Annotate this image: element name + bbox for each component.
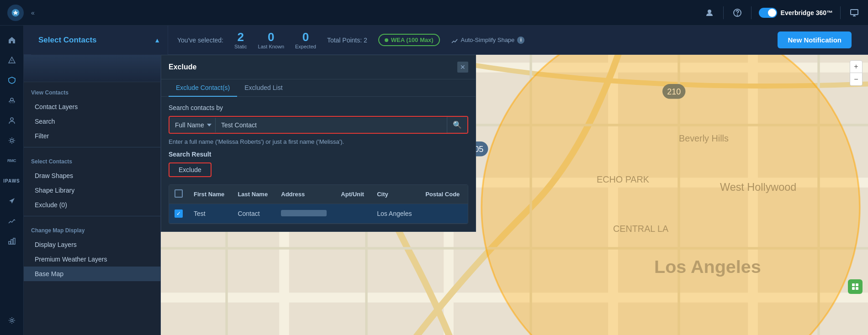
- search-hint: Enter a full name ('Melissa Roberts') or…: [169, 138, 468, 145]
- nav-premium-weather[interactable]: Premium Weather Layers: [24, 252, 160, 267]
- tab-exclude-contacts[interactable]: Exclude Contact(s): [169, 79, 237, 97]
- search-input[interactable]: [216, 118, 447, 132]
- nav-divider-2: [751, 6, 752, 19]
- sidebar-settings-icon[interactable]: [3, 311, 21, 330]
- collapse-nav-icon[interactable]: «: [31, 9, 35, 16]
- monitor-icon[interactable]: [848, 6, 861, 19]
- search-type-select[interactable]: Full Name: [169, 118, 216, 132]
- modal-title: Exclude: [169, 63, 196, 71]
- search-result-label: Search Result: [169, 151, 468, 158]
- col-checkbox: [169, 185, 188, 204]
- static-stat: 2 Static: [234, 31, 247, 49]
- row-address: [275, 204, 335, 224]
- map-overlay-area: Burbank Glendale Pasadena North Hollywoo…: [161, 55, 868, 335]
- row-checkbox-cell[interactable]: ✓: [169, 204, 188, 224]
- everbridge-label: Everbridge 360™: [781, 9, 833, 16]
- toggle-switch[interactable]: [759, 8, 777, 18]
- new-notification-button[interactable]: New Notification: [778, 31, 852, 48]
- nav-base-map[interactable]: Base Map: [24, 267, 160, 281]
- svg-point-50: [482, 55, 860, 335]
- col-first-name: First Name: [188, 185, 232, 204]
- sidebar-person-icon[interactable]: [3, 111, 21, 130]
- sidebar-plane-icon[interactable]: [3, 192, 21, 210]
- col-last-name: Last Name: [232, 185, 275, 204]
- nav-divider: [723, 6, 724, 19]
- col-address: Address: [275, 185, 335, 204]
- sidebar-network-icon[interactable]: [3, 131, 21, 150]
- row-first-name: Test: [188, 204, 232, 224]
- chevron-up-icon[interactable]: ▲: [154, 37, 160, 44]
- search-button[interactable]: 🔍: [447, 117, 467, 133]
- nav-filter[interactable]: Filter: [24, 129, 160, 143]
- sidebar-weather-icon[interactable]: [3, 91, 21, 110]
- youve-selected-label: You've selected:: [177, 37, 223, 44]
- stats-bar: You've selected: 2 Static 0 Last Known 0…: [168, 26, 861, 55]
- expected-num: 0: [302, 31, 309, 43]
- wea-dot: [385, 38, 388, 42]
- svg-rect-8: [11, 240, 13, 244]
- svg-point-10: [11, 319, 13, 322]
- search-by-label: Search contacts by: [169, 104, 468, 111]
- info-icon[interactable]: i: [517, 37, 524, 44]
- nav-divider-2: [24, 216, 160, 216]
- header-checkbox[interactable]: [175, 189, 183, 198]
- tab-excluded-list[interactable]: Excluded List: [237, 79, 290, 97]
- modal-tabs: Exclude Contact(s) Excluded List: [161, 79, 476, 97]
- nav-exclude[interactable]: Exclude (0): [24, 198, 160, 212]
- svg-point-5: [11, 118, 13, 120]
- auto-simplify: Auto-Simplify Shape i: [451, 37, 525, 44]
- view-contacts-header: View Contacts: [24, 82, 160, 99]
- change-map-display-header: Change Map Display: [24, 220, 160, 237]
- sidebar-ipaws-icon[interactable]: IPAWS: [3, 172, 21, 190]
- nav-contact-layers[interactable]: Contact Layers: [24, 99, 160, 114]
- grid-icon[interactable]: [848, 279, 863, 294]
- rmc-label: RMC: [7, 158, 16, 163]
- help-icon[interactable]: [731, 6, 744, 19]
- table-header-row: First Name Last Name Address Apt/Unit Ci…: [169, 185, 468, 204]
- ipaws-label: IPAWS: [3, 178, 20, 183]
- everbridge-toggle[interactable]: Everbridge 360™: [759, 8, 833, 18]
- user-icon[interactable]: [703, 6, 716, 19]
- table-row: ✓ Test Contact Los Angeles: [169, 204, 468, 224]
- col-postal-code: Postal Code: [420, 185, 468, 204]
- modal-header: Exclude ✕: [161, 55, 476, 79]
- expected-stat: 0 Expected: [295, 31, 316, 49]
- svg-point-0: [708, 10, 711, 13]
- logo[interactable]: [7, 5, 24, 21]
- content-area: View Contacts Contact Layers Search Filt…: [24, 55, 868, 335]
- sidebar-alert-icon[interactable]: [3, 51, 21, 69]
- modal-body: Search contacts by Full Name 🔍 Enter a f…: [161, 97, 476, 231]
- auto-simplify-label: Auto-Simplify Shape: [461, 37, 515, 43]
- row-checkbox-checked[interactable]: ✓: [175, 209, 183, 218]
- nav-divider-3: [840, 6, 841, 19]
- exclude-button[interactable]: Exclude: [169, 162, 212, 177]
- last-known-stat: 0 Last Known: [258, 31, 284, 49]
- static-num: 2: [238, 31, 244, 43]
- svg-rect-9: [13, 238, 15, 244]
- nav-left: «: [7, 5, 35, 21]
- total-points-label: Total Points: 2: [327, 37, 367, 44]
- zoom-out-button[interactable]: −: [850, 73, 863, 86]
- static-label: Static: [234, 44, 247, 49]
- sidebar-home-icon[interactable]: [3, 31, 21, 49]
- sidebar-rmc-icon[interactable]: RMC: [3, 152, 21, 170]
- address-blur: [281, 210, 327, 216]
- nav-draw-shapes[interactable]: Draw Shapes: [24, 168, 160, 183]
- col-apt-unit: Apt/Unit: [335, 185, 371, 204]
- sidebar-chart-icon[interactable]: [3, 232, 21, 250]
- zoom-in-button[interactable]: +: [850, 60, 863, 73]
- header-bar: Select Contacts ▲ You've selected: 2 Sta…: [24, 26, 868, 55]
- nav-shape-library[interactable]: Shape Library: [24, 183, 160, 198]
- select-contacts-label: Select Contacts: [38, 36, 97, 44]
- exclude-modal: Exclude ✕ Exclude Contact(s) Excluded Li…: [161, 55, 476, 232]
- toggle-knob: [768, 9, 776, 17]
- modal-close-button[interactable]: ✕: [457, 62, 468, 73]
- nav-display-layers[interactable]: Display Layers: [24, 237, 160, 252]
- last-known-num: 0: [268, 31, 274, 43]
- nav-search[interactable]: Search: [24, 114, 160, 129]
- sidebar-shield-icon[interactable]: [3, 71, 21, 89]
- select-contacts-panel: Select Contacts ▲: [31, 26, 168, 55]
- svg-rect-3: [851, 10, 858, 15]
- results-table-wrapper: First Name Last Name Address Apt/Unit Ci…: [169, 184, 468, 224]
- sidebar-analytics-icon[interactable]: [3, 212, 21, 230]
